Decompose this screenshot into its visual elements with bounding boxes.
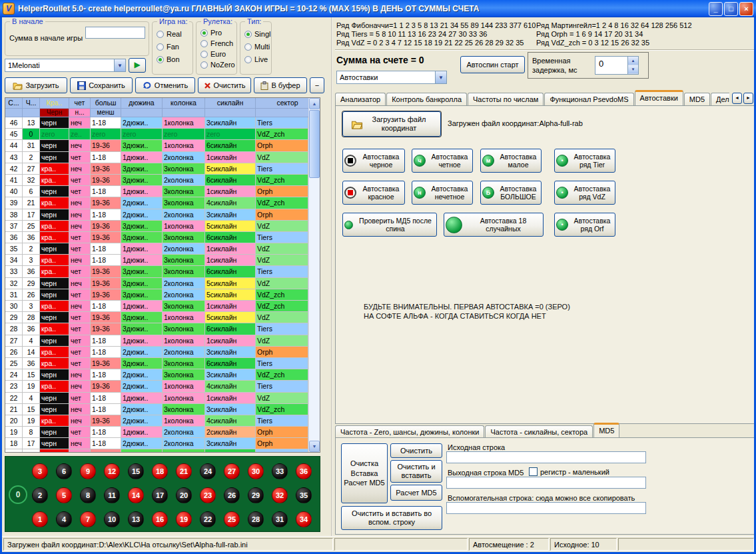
source-string-input[interactable]: [446, 451, 646, 463]
board-number-16[interactable]: 16: [152, 511, 168, 527]
table-row[interactable]: 352чернчет1-181дюжи..2колонка1сиклайнVdZ: [5, 243, 308, 255]
table-row[interactable]: 2115черннеч1-182дюжи..3колонка3сиклайнVd…: [5, 404, 308, 415]
autobet-vdz-button[interactable]: • Автоставка ряд VdZ: [554, 181, 615, 205]
board-number-1[interactable]: 1: [32, 511, 48, 527]
table-row[interactable]: 4613черннеч1-182дюжи..1колонка3сиклайнTi…: [5, 117, 308, 129]
tab-md5[interactable]: MD5: [684, 93, 710, 105]
board-number-17[interactable]: 17: [152, 487, 168, 503]
radio-euro[interactable]: Euro: [200, 50, 226, 58]
table-row[interactable]: 3229черннеч19-363дюжи..2колонка5сиклайнV…: [5, 278, 308, 289]
subtab-freq-sixlines[interactable]: Частота - сиклайны, сектора: [485, 425, 593, 437]
table-row[interactable]: 303кра..неч1-181дюжи..3колонка1сиклайнVd…: [5, 301, 308, 312]
radio-french[interactable]: French: [200, 39, 233, 47]
board-number-11[interactable]: 11: [104, 487, 120, 503]
board-number-26[interactable]: 26: [224, 487, 240, 503]
tab-analizator[interactable]: Анализатор: [335, 93, 386, 105]
scroll-thumb[interactable]: [309, 110, 320, 178]
tab-division[interactable]: Делени: [711, 93, 729, 105]
board-number-35[interactable]: 35: [296, 487, 312, 503]
table-row[interactable]: 1817черннеч1-182дюжи..2колонка3сиклайнOr…: [5, 438, 308, 449]
table-row[interactable]: 3817черннеч1-182дюжи..2колонка3сиклайнOr…: [5, 209, 308, 221]
helper-string-input[interactable]: [446, 502, 646, 514]
radio-bon[interactable]: Bon: [157, 55, 180, 63]
radio-fan[interactable]: Fan: [157, 43, 179, 51]
radio-live[interactable]: Live: [244, 55, 268, 63]
col-header-column[interactable]: колонка: [163, 98, 205, 109]
autobet-black-button[interactable]: Автоставка черное: [342, 149, 405, 173]
table-row[interactable]: 198чернчет1-181дюжи..2колонка2сиклайнOrp…: [5, 427, 308, 438]
table-row[interactable]: 1736кра..чет19-363дюжи..3колонка6сиклайн…: [5, 449, 308, 453]
board-number-3[interactable]: 3: [32, 463, 48, 479]
board-number-14[interactable]: 14: [128, 487, 144, 503]
col-header-highlow[interactable]: больш: [91, 98, 121, 109]
register-checkbox[interactable]: [529, 467, 538, 476]
play-button[interactable]: ▶: [129, 58, 146, 73]
board-number-15[interactable]: 15: [128, 463, 144, 479]
tab-bankroll-control[interactable]: Контроль банкролла: [386, 93, 467, 105]
board-number-32[interactable]: 32: [272, 487, 288, 503]
preset-combobox-arrow-icon[interactable]: ▼: [114, 59, 125, 71]
clear-paste-helper-button[interactable]: Очистить и вставить во вспом. строку: [341, 506, 442, 530]
radio-multi[interactable]: Multi: [244, 43, 270, 51]
board-zero[interactable]: 0: [9, 485, 27, 504]
autobets-combobox[interactable]: Автоставки ▼: [336, 71, 447, 84]
table-scrollbar[interactable]: ▲ ▼: [308, 98, 320, 452]
table-row[interactable]: 2415черннеч1-182дюжи..3колонка3сиклайнVd…: [5, 369, 308, 381]
spinner-down-icon[interactable]: ▼: [628, 65, 638, 74]
board-number-20[interactable]: 20: [176, 487, 192, 503]
board-number-24[interactable]: 24: [200, 463, 216, 479]
scroll-up-icon[interactable]: ▲: [309, 98, 320, 109]
autobet-tier-button[interactable]: • Автоставка ряд Tier: [554, 149, 615, 173]
table-row[interactable]: 4132кра..чет19-363дюжи..2колонка6сиклайн…: [5, 175, 308, 186]
board-number-34[interactable]: 34: [296, 511, 312, 527]
board-number-4[interactable]: 4: [56, 511, 72, 527]
radio-pro[interactable]: Pro: [200, 29, 222, 37]
board-number-28[interactable]: 28: [248, 511, 264, 527]
register-checkbox-row[interactable]: регистр - маленький: [529, 467, 609, 476]
md5-clear-button[interactable]: Очистить: [390, 443, 442, 458]
to-buffer-button[interactable]: В буфер: [254, 77, 307, 93]
load-coords-button[interactable]: Загрузить файл координат: [342, 111, 441, 137]
autobet-low-button[interactable]: м Автоставка малое: [480, 149, 542, 173]
autobet-red-button[interactable]: Автоставка красное: [342, 181, 405, 205]
radio-real[interactable]: Real: [157, 30, 182, 38]
check-md5-button[interactable]: Проверить МД5 после спина: [342, 213, 437, 237]
tab-autobets[interactable]: Автоставки: [635, 90, 683, 105]
col-header-spin[interactable]: С...: [5, 98, 23, 109]
minus-button[interactable]: −: [310, 77, 324, 93]
scroll-down-icon[interactable]: ▼: [309, 441, 320, 452]
tab-number-frequencies[interactable]: Частоты по числам: [468, 93, 544, 105]
autobets-combobox-arrow-icon[interactable]: ▼: [435, 71, 446, 83]
table-row[interactable]: 2836кра..чет19-363дюжи..3колонка6сиклайн…: [5, 323, 308, 335]
board-number-8[interactable]: 8: [80, 487, 96, 503]
tab-psevdoms[interactable]: Функционал PsevdoMS: [544, 93, 633, 105]
start-sum-input[interactable]: [85, 27, 145, 39]
table-row[interactable]: 2614кра..чет1-182дюжи..2колонка3сиклайнO…: [5, 347, 308, 358]
delay-spinner[interactable]: 0 ▲ ▼: [595, 56, 639, 75]
radio-singl[interactable]: Singl: [244, 30, 270, 38]
col-header-color[interactable]: Кра..: [40, 98, 69, 109]
board-number-36[interactable]: 36: [296, 463, 312, 479]
board-number-29[interactable]: 29: [248, 487, 264, 503]
board-number-18[interactable]: 18: [152, 463, 168, 479]
table-row[interactable]: 450zeroze..zerozerozerozeroVdZ_zch: [5, 129, 308, 140]
board-number-25[interactable]: 25: [224, 511, 240, 527]
table-row[interactable]: 343кра..неч1-181дюжи..3колонка1сиклайнVd…: [5, 255, 308, 266]
save-button[interactable]: Сохранить: [70, 77, 133, 93]
autobet-orf-button[interactable]: • Автоставка ряд Orf: [554, 213, 615, 237]
board-number-2[interactable]: 2: [32, 487, 48, 503]
table-row[interactable]: 2319кра..неч19-362дюжи..1колонка4сиклайн…: [5, 381, 308, 392]
table-row[interactable]: 432чернчет1-181дюжи..2колонка1сиклайнVdZ: [5, 152, 308, 163]
table-row[interactable]: 2536кра..чет19-363дюжи..3колонка6сиклайн…: [5, 358, 308, 369]
load-button[interactable]: Загрузить: [5, 77, 67, 93]
board-number-33[interactable]: 33: [272, 463, 288, 479]
table-row[interactable]: 4227кра..неч19-363дюжи..3колонка5сиклайн…: [5, 163, 308, 175]
preset-combobox[interactable]: 1Melonati ▼: [5, 59, 126, 72]
board-number-12[interactable]: 12: [104, 463, 120, 479]
tabs-scroll-right-button[interactable]: ►: [743, 93, 753, 104]
table-row[interactable]: 3636кра..чет19-363дюжи..3колонка6сиклайн…: [5, 232, 308, 243]
board-number-27[interactable]: 27: [224, 463, 240, 479]
autobet-high-button[interactable]: Б Автоставка БОЛЬШОЕ: [480, 181, 542, 205]
board-number-21[interactable]: 21: [176, 463, 192, 479]
col-header-sixline[interactable]: сиклайн: [205, 98, 256, 109]
